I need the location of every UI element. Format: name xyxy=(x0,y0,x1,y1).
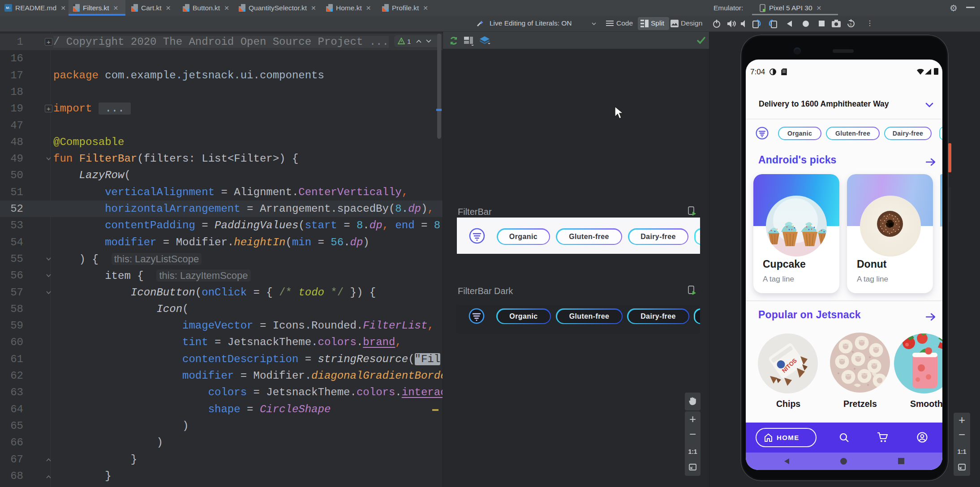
svg-text:5: 5 xyxy=(850,22,852,26)
